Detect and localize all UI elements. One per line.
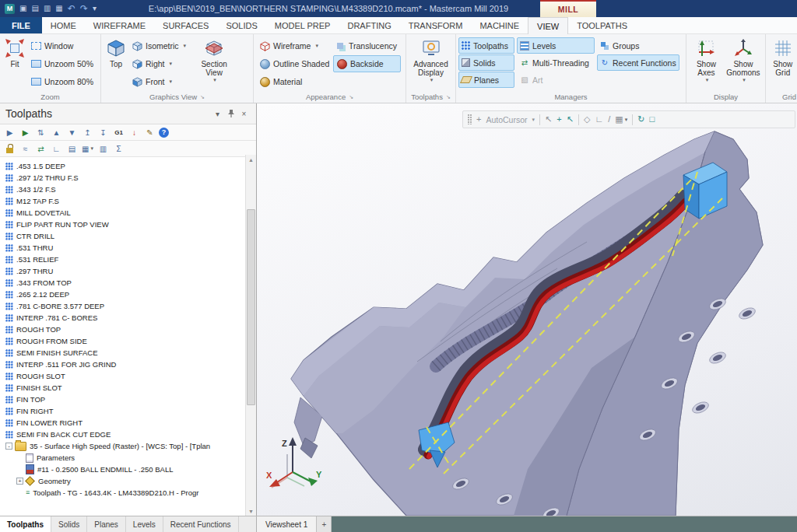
bottom-tab-levels[interactable]: Levels bbox=[126, 516, 163, 532]
graphics-viewport[interactable]: + AutoCursor ▾ ↖ + ↖ ◇ ∟ / ▦▾ ↻ □ bbox=[257, 103, 797, 516]
plane-select-icon[interactable]: ◇ bbox=[584, 115, 590, 124]
list-view-icon[interactable]: ▤ bbox=[65, 142, 79, 155]
toolpath-group-item[interactable]: SEMI FIN BACK CUT EDGE bbox=[5, 429, 244, 440]
save-icon[interactable]: ▣ bbox=[19, 0, 26, 17]
backside-button[interactable]: Backside bbox=[333, 55, 401, 72]
toolpath-group-item[interactable]: .531 RELIEF bbox=[5, 254, 244, 265]
quick-select-cursor-icon[interactable]: ↖ bbox=[567, 115, 574, 124]
toolpath-group-item[interactable]: INTERP .511 FOR JIG GRIND bbox=[5, 359, 244, 370]
fit-view-icon[interactable]: □ bbox=[649, 115, 655, 124]
help-icon[interactable]: ? bbox=[159, 128, 169, 138]
manager-toggle-groups[interactable]: Groups bbox=[597, 37, 679, 54]
part-model[interactable] bbox=[257, 103, 797, 516]
tab-surfaces[interactable]: SURFACES bbox=[154, 17, 217, 33]
section-view-button[interactable]: Section View▾ bbox=[190, 36, 238, 86]
mill-context-tab[interactable]: MILL bbox=[540, 0, 596, 17]
tab-view[interactable]: VIEW bbox=[528, 17, 568, 34]
add-point-icon[interactable]: + bbox=[556, 115, 561, 124]
outline-shaded-button[interactable]: Outline Shaded▾ bbox=[256, 55, 333, 72]
tab-transform[interactable]: TRANSFORM bbox=[400, 17, 472, 33]
export-icon[interactable]: ▤ bbox=[31, 0, 38, 17]
scroll-up-icon[interactable]: ▲ bbox=[246, 155, 256, 164]
toolpath-group-item[interactable]: SEMI FINISH SURFACE bbox=[5, 347, 244, 359]
tab-file[interactable]: FILE bbox=[0, 17, 42, 33]
qat-dropdown-icon[interactable]: ▾ bbox=[93, 0, 97, 17]
front-view-button[interactable]: Front▾ bbox=[128, 73, 190, 90]
rapid-toggle-icon[interactable]: ⇄ bbox=[34, 142, 47, 155]
toolpath-group-item[interactable]: CTR DRILL bbox=[5, 230, 244, 242]
collapse-expander-icon[interactable]: - bbox=[5, 443, 12, 450]
autocursor-dropdown-icon[interactable]: ▾ bbox=[532, 117, 535, 122]
move-up-icon[interactable]: ▲ bbox=[50, 126, 63, 138]
toolpath-group-item[interactable]: .297 1/2 THRU F.S bbox=[5, 172, 244, 184]
toolpath-group-item[interactable]: FLIP PART RUN TOP VIEW bbox=[5, 219, 244, 230]
add-viewsheet-button[interactable]: + bbox=[317, 516, 332, 532]
toolpath-group-item[interactable]: FIN LOWER RIGHT bbox=[5, 417, 244, 429]
undo-icon[interactable]: ↶ bbox=[68, 0, 75, 17]
show-gnomons-button[interactable]: Show Gnomons▾ bbox=[724, 36, 763, 86]
operation-node[interactable]: - 35 - Surface High Speed (Raster) - [WC… bbox=[5, 440, 244, 452]
bottom-tab-planes[interactable]: Planes bbox=[87, 516, 126, 532]
display-options-dropdown-icon[interactable]: ▦▾ bbox=[81, 142, 94, 155]
operation-toolpath-item[interactable]: ≡ Toolpath - TG - 1643.4K - LM43389D210.… bbox=[5, 487, 244, 499]
move-to-bottom-icon[interactable]: ↧ bbox=[97, 126, 110, 138]
toolpath-group-item[interactable]: .265 2.12 DEEP bbox=[5, 289, 244, 300]
show-axes-button[interactable]: Show Axes▾ bbox=[689, 36, 724, 86]
manager-toggle-toolpaths[interactable]: Toolpaths bbox=[458, 37, 514, 54]
isometric-dropdown-icon[interactable]: ▾ bbox=[184, 43, 187, 49]
settings-icon[interactable]: ▦ bbox=[55, 0, 62, 17]
tree-scrollbar[interactable]: ▲ ▼ bbox=[245, 155, 256, 516]
right-view-button[interactable]: Right▾ bbox=[128, 55, 190, 72]
viewsheet-tab[interactable]: Viewsheet 1 bbox=[257, 516, 317, 532]
toolpath-group-item[interactable]: FINISH SLOT bbox=[5, 382, 244, 394]
show-gnomons-dropdown-icon[interactable]: ▾ bbox=[743, 77, 746, 83]
tab-solids[interactable]: SOLIDS bbox=[217, 17, 265, 33]
fit-button[interactable]: Fit bbox=[2, 36, 27, 71]
move-down-icon[interactable]: ▼ bbox=[65, 126, 79, 138]
appearance-launcher-icon[interactable]: ↘ bbox=[349, 94, 353, 100]
toolpath-group-item[interactable]: .343 1/2 F.S bbox=[5, 184, 244, 195]
section-view-dropdown-icon[interactable]: ▾ bbox=[213, 77, 216, 83]
advanced-display-button[interactable]: Advanced Display▾ bbox=[409, 36, 453, 86]
line-style-icon[interactable]: / bbox=[608, 115, 610, 124]
wireframe-button[interactable]: Wireframe▾ bbox=[256, 37, 333, 54]
window-zoom-button[interactable]: Window bbox=[27, 37, 97, 54]
toolpath-group-item[interactable]: ROUGH TOP bbox=[5, 324, 244, 335]
manager-toggle-recent-functions[interactable]: ↻Recent Functions bbox=[597, 54, 679, 71]
manager-toggle-multi-threading[interactable]: ⇄Multi-Threading bbox=[517, 54, 595, 71]
edit-pencil-icon[interactable]: ✎ bbox=[143, 126, 156, 138]
top-view-button[interactable]: Top bbox=[104, 36, 128, 71]
manager-toggle-solids[interactable]: Solids bbox=[458, 54, 514, 71]
tab-drafting[interactable]: DRAFTING bbox=[339, 17, 399, 33]
graphics-view-launcher-icon[interactable]: ↘ bbox=[200, 94, 205, 100]
toolpath-group-item[interactable]: .531 THRU bbox=[5, 242, 244, 254]
material-button[interactable]: Material bbox=[256, 73, 333, 90]
toolpath-display-toggle-icon[interactable]: ≈ bbox=[19, 142, 32, 155]
mastercam-app-icon[interactable]: M bbox=[5, 4, 15, 14]
g1-filter-icon[interactable]: G1 bbox=[112, 126, 125, 138]
scroll-down-icon[interactable]: ▼ bbox=[246, 506, 256, 516]
toolpath-group-item[interactable]: .343 FROM TOP bbox=[5, 277, 244, 289]
regenerate-selected-icon[interactable]: ▶ bbox=[19, 126, 32, 138]
select-arrows-icon[interactable]: ⇅ bbox=[34, 126, 47, 138]
operation-tool-item[interactable]: #11 - 0.2500 BALL ENDMILL - .250 BALL bbox=[5, 464, 244, 475]
expand-expander-icon[interactable]: + bbox=[16, 478, 23, 485]
advanced-display-dropdown-icon[interactable]: ▾ bbox=[430, 77, 434, 83]
wireframe-dropdown-icon[interactable]: ▾ bbox=[315, 43, 318, 49]
toolpath-group-item[interactable]: INTERP .781 C- BORES bbox=[5, 312, 244, 324]
bottom-tab-solids[interactable]: Solids bbox=[51, 516, 87, 532]
toolpath-group-item[interactable]: .781 C-BORE 3.577 DEEP bbox=[5, 300, 244, 312]
redo-icon[interactable]: ↷ bbox=[80, 0, 88, 17]
bottom-tab-recent-functions[interactable]: Recent Functions bbox=[163, 516, 239, 532]
toolpath-group-item[interactable]: MILL DOVETAIL bbox=[5, 207, 244, 219]
operation-geometry-item[interactable]: + Geometry bbox=[5, 475, 244, 487]
toolpaths-launcher-icon[interactable]: ↘ bbox=[446, 94, 451, 100]
front-dropdown-icon[interactable]: ▾ bbox=[170, 79, 173, 85]
toolpath-group-item[interactable]: .453 1.5 DEEP bbox=[5, 160, 244, 172]
panel-close-icon[interactable]: × bbox=[237, 110, 251, 118]
toolpath-group-item[interactable]: ROUGH SLOT bbox=[5, 370, 244, 382]
toolpath-group-item[interactable]: ROUGH FROM SIDE bbox=[5, 335, 244, 347]
tab-wireframe[interactable]: WIREFRAME bbox=[85, 17, 154, 33]
toolpath-group-item[interactable]: M12 TAP F.S bbox=[5, 195, 244, 207]
translucency-button[interactable]: Translucency bbox=[333, 37, 401, 54]
